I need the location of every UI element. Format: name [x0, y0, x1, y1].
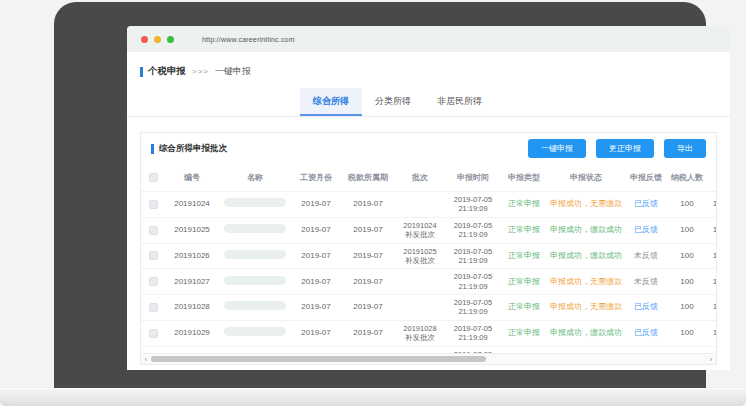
- window-maximize-icon[interactable]: [167, 36, 174, 43]
- cell-status: 申报成功，缴款成功: [547, 217, 625, 243]
- cell-type: 正常申报: [501, 192, 547, 218]
- row-checkbox-cell: [141, 269, 165, 295]
- table-row: 201910262019-072019-0720191025补发批次2019-0…: [141, 243, 717, 269]
- batch-table: 编号名称工资月份税款所属期批次申报时间申报类型申报状态申报反馈纳税人数 2019…: [141, 164, 717, 365]
- cell-clipped: 11: [707, 192, 717, 218]
- tab-nonresident-income[interactable]: 非居民所得: [424, 88, 495, 116]
- batch-list-panel: 综合所得申报批次 一键申报更正申报导出 编号名称工资月份税款所属期批次: [140, 132, 717, 365]
- column-header: 工资月份: [291, 164, 341, 192]
- row-checkbox[interactable]: [149, 226, 158, 235]
- name-placeholder: [224, 327, 286, 336]
- cell-taxpayers: 100: [667, 269, 707, 295]
- cell-id: 20191026: [165, 243, 219, 269]
- laptop-screen-bezel: http://www.careerintlinc.com 个税申报 >>> 一键…: [54, 2, 706, 388]
- cell-clipped: 11: [707, 320, 717, 346]
- column-header: 纳税人数: [667, 164, 707, 192]
- cell-taxpayers: 100: [667, 320, 707, 346]
- cell-type: 正常申报: [501, 320, 547, 346]
- row-checkbox-cell: [141, 192, 165, 218]
- cell-batch: 20191024补发批次: [395, 217, 445, 243]
- column-header: [707, 164, 717, 192]
- row-checkbox[interactable]: [149, 303, 158, 312]
- cell-batch: [395, 295, 445, 321]
- table-row: 201910282019-072019-072019-07-0521:19:09…: [141, 295, 717, 321]
- cell-taxpayers: 100: [667, 295, 707, 321]
- cell-salary-month: 2019-07: [291, 269, 341, 295]
- breadcrumb-current: 一键申报: [215, 65, 251, 78]
- browser-address-bar: http://www.careerintlinc.com: [127, 26, 730, 52]
- cell-filing-time: 2019-07-0521:19:09: [445, 320, 501, 346]
- cell-filing-time: 2019-07-0521:19:09: [445, 295, 501, 321]
- panel-accent-bar: [151, 144, 154, 154]
- cell-clipped: 11: [707, 217, 717, 243]
- column-header: 申报时间: [445, 164, 501, 192]
- table-row: 201910292019-072019-0720191028补发批次2019-0…: [141, 320, 717, 346]
- row-checkbox-cell: [141, 217, 165, 243]
- cell-type: 正常申报: [501, 217, 547, 243]
- cell-name: [219, 295, 291, 321]
- tab-classified-income[interactable]: 分类所得: [362, 88, 424, 116]
- cell-id: 20191024: [165, 192, 219, 218]
- cell-name: [219, 320, 291, 346]
- row-checkbox-cell: [141, 295, 165, 321]
- cell-type: 正常申报: [501, 295, 547, 321]
- cell-feedback: 已反馈: [625, 295, 667, 321]
- page-content: 个税申报 >>> 一键申报 综合所得分类所得非居民所得 综合所得申报批次 一键申…: [127, 52, 730, 370]
- column-header: 申报类型: [501, 164, 547, 192]
- cell-tax-period: 2019-07: [341, 217, 395, 243]
- row-checkbox-cell: [141, 243, 165, 269]
- panel-title: 综合所得申报批次: [159, 143, 227, 155]
- name-placeholder: [224, 198, 286, 207]
- cell-feedback: 已反馈: [625, 217, 667, 243]
- cell-taxpayers: 100: [667, 243, 707, 269]
- cell-filing-time: 2019-07-0521:19:09: [445, 243, 501, 269]
- scroll-left-icon[interactable]: ‹: [142, 355, 150, 364]
- select-all-checkbox[interactable]: [149, 173, 158, 182]
- breadcrumb-separator: >>>: [192, 67, 209, 76]
- table-body: 201910242019-072019-072019-07-0521:19:09…: [141, 192, 717, 366]
- table-header-row: 编号名称工资月份税款所属期批次申报时间申报类型申报状态申报反馈纳税人数: [141, 164, 717, 192]
- cell-filing-time: 2019-07-0521:19:09: [445, 217, 501, 243]
- horizontal-scrollbar[interactable]: ‹ ›: [141, 353, 716, 364]
- column-header: 申报反馈: [625, 164, 667, 192]
- cell-batch: [395, 269, 445, 295]
- panel-header: 综合所得申报批次 一键申报更正申报导出: [141, 133, 716, 164]
- row-checkbox[interactable]: [149, 200, 158, 209]
- correction-filing-button[interactable]: 更正申报: [596, 139, 654, 158]
- cell-type: 正常申报: [501, 243, 547, 269]
- window-minimize-icon[interactable]: [154, 36, 161, 43]
- cell-salary-month: 2019-07: [291, 320, 341, 346]
- cell-feedback: 已反馈: [625, 320, 667, 346]
- window-close-icon[interactable]: [141, 36, 148, 43]
- cell-feedback: 未反馈: [625, 243, 667, 269]
- cell-taxpayers: 100: [667, 217, 707, 243]
- tab-comprehensive-income[interactable]: 综合所得: [300, 88, 362, 116]
- cell-feedback: 已反馈: [625, 192, 667, 218]
- one-click-filing-button[interactable]: 一键申报: [528, 139, 586, 158]
- row-checkbox[interactable]: [149, 251, 158, 260]
- cell-tax-period: 2019-07: [341, 320, 395, 346]
- cell-tax-period: 2019-07: [341, 269, 395, 295]
- row-checkbox[interactable]: [149, 277, 158, 286]
- row-checkbox-cell: [141, 320, 165, 346]
- cell-tax-period: 2019-07: [341, 243, 395, 269]
- cell-type: 正常申报: [501, 269, 547, 295]
- url-text[interactable]: http://www.careerintlinc.com: [202, 36, 295, 43]
- cell-clipped: 11: [707, 243, 717, 269]
- cell-name: [219, 243, 291, 269]
- cell-name: [219, 217, 291, 243]
- cell-feedback: 未反馈: [625, 269, 667, 295]
- scrollbar-thumb[interactable]: [151, 356, 486, 362]
- row-checkbox[interactable]: [149, 329, 158, 338]
- scroll-right-icon[interactable]: ›: [707, 355, 715, 364]
- cell-filing-time: 2019-07-0521:19:09: [445, 192, 501, 218]
- cell-salary-month: 2019-07: [291, 217, 341, 243]
- cell-batch: 20191028补发批次: [395, 320, 445, 346]
- breadcrumb: 个税申报 >>> 一键申报: [127, 52, 730, 78]
- column-header: 名称: [219, 164, 291, 192]
- panel-actions: 一键申报更正申报导出: [528, 139, 706, 158]
- table-row: 201910252019-072019-0720191024补发批次2019-0…: [141, 217, 717, 243]
- cell-filing-time: 2019-07-0521:19:09: [445, 269, 501, 295]
- export-button[interactable]: 导出: [664, 139, 706, 158]
- column-header: 编号: [165, 164, 219, 192]
